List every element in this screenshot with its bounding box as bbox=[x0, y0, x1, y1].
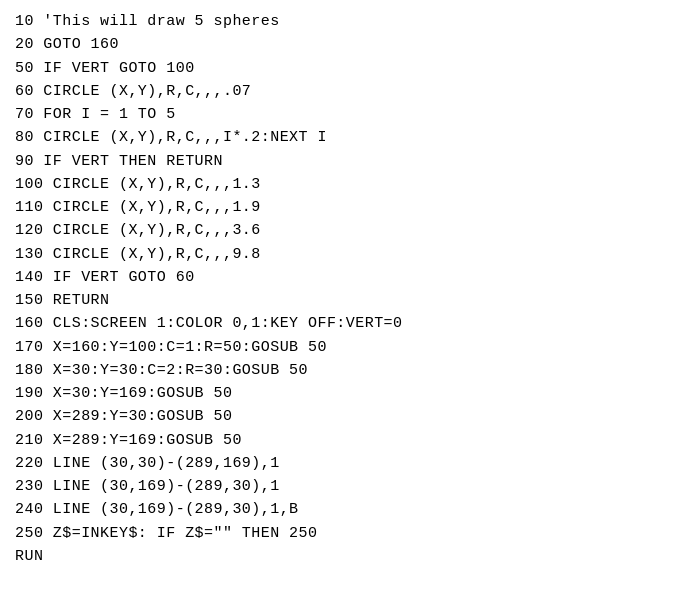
code-listing: 10 'This will draw 5 spheres 20 GOTO 160… bbox=[15, 10, 403, 568]
